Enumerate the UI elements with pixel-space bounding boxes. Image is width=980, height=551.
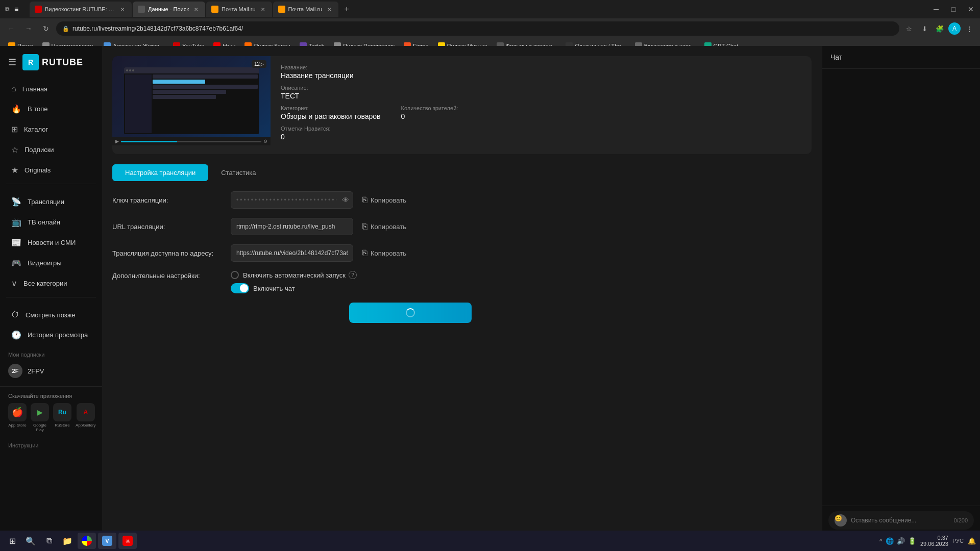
search-taskbar-btn[interactable]: 🔍 [22, 533, 39, 549]
tab-close-btn[interactable]: ✕ [325, 5, 333, 13]
copy-url-button[interactable]: ⎘ Копировать [358, 220, 410, 233]
chrome-icon [82, 536, 92, 546]
sidebar-item-games[interactable]: 🎮 Видеоигры [3, 253, 99, 273]
tab-title: Видеохостинг RUTUBE: Смотр... [45, 6, 115, 12]
sidebar-item-home[interactable]: ⌂ Главная [3, 79, 99, 98]
sidebar-subscription-2fpv[interactable]: 2F 2FPV [0, 360, 102, 382]
sidebar-nav-user: ⏱ Смотреть позже 🕐 История просмотра [0, 305, 102, 345]
chat-panel: Чат 😊 0/200 😊 Отправить [822, 46, 980, 551]
tab-title: Почта Mail.ru [288, 6, 323, 12]
key-input-wrap: 👁 ⎘ Копировать [231, 191, 410, 209]
sub-avatar: 2F [8, 364, 22, 378]
title-value: Название трансляции [281, 71, 801, 80]
chat-message-input[interactable] [851, 517, 949, 524]
url-input[interactable] [231, 218, 353, 235]
stream-card: 12▷ ▶ ⚙ Название: Название трансляции [112, 56, 812, 154]
key-input[interactable] [231, 191, 353, 209]
googleplay-btn[interactable]: ▶ Google Play [31, 403, 49, 432]
appstore-btn[interactable]: 🍎 App Store [8, 403, 27, 432]
address-text: rutube.ru/livestreaming/2b148142d7cf73a6… [72, 25, 243, 32]
chevron-up-icon[interactable]: ^ [879, 537, 883, 545]
sidebar-item-tv[interactable]: 📺 ТВ онлайн [3, 212, 99, 232]
sidebar-item-history[interactable]: 🕐 История просмотра [3, 325, 99, 345]
stream-thumbnail: 12▷ ▶ ⚙ [112, 56, 271, 145]
profile-btn[interactable]: A [948, 22, 961, 35]
loading-spinner [406, 308, 415, 317]
minimize-btn[interactable]: ─ [929, 2, 943, 16]
sidebar-item-news[interactable]: 📰 Новости и СМИ [3, 233, 99, 253]
sidebar-item-allcats[interactable]: ∨ Все категории [3, 273, 99, 293]
video-controls[interactable]: ▶ ⚙ [112, 137, 271, 145]
sidebar-header: ☰ R RUTUBE [0, 50, 102, 74]
sidebar-item-trending[interactable]: 🔥 В топе [3, 99, 99, 119]
key-label: Ключ трансляции: [112, 196, 225, 204]
notifications-icon[interactable]: 🔔 [968, 537, 976, 545]
sidebar-item-originals[interactable]: ★ Originals [3, 160, 99, 180]
tab-settings[interactable]: Настройка трансляции [112, 164, 208, 181]
news-icon: 📰 [11, 238, 21, 247]
thumb-main-fake [153, 74, 258, 133]
autostart-radio[interactable] [231, 271, 239, 279]
more-btn[interactable]: ⋮ [963, 22, 976, 35]
new-tab-button[interactable]: + [339, 2, 354, 16]
app-download-section: Скачивайте приложения 🍎 App Store ▶ Goog… [0, 386, 102, 438]
thumb-row [153, 90, 226, 94]
likes-label: Отметки Нравится: [281, 126, 801, 132]
chat-toggle[interactable] [231, 283, 249, 293]
network-icon[interactable]: 🌐 [886, 537, 894, 545]
taskbar-app-chrome[interactable] [78, 533, 96, 549]
autostart-label: Включить автоматический запуск ? [243, 271, 357, 279]
copy-address-button[interactable]: ⎘ Копировать [358, 246, 410, 260]
tab-close-btn[interactable]: ✕ [118, 5, 127, 13]
volume-icon[interactable]: 🔊 [897, 537, 905, 545]
sidebar-item-watchlater[interactable]: ⏱ Смотреть позже [3, 305, 99, 324]
sidebar-item-subscriptions[interactable]: ☆ Подписки [3, 140, 99, 160]
help-icon[interactable]: ? [349, 271, 357, 279]
back-btn[interactable]: ← [4, 21, 18, 36]
tab-videohostink[interactable]: Видеохостинг RUTUBE: Смотр... ✕ [30, 2, 132, 17]
forward-btn[interactable]: → [21, 21, 36, 36]
refresh-btn[interactable]: ↻ [39, 21, 53, 36]
appgallery-btn[interactable]: A AppGallery [76, 403, 96, 432]
copy-icon: ⎘ [362, 195, 368, 205]
stream-info: Название: Название трансляции Описание: … [271, 56, 812, 154]
window-icon[interactable]: ⧉ [2, 4, 12, 14]
eye-icon[interactable]: 👁 [342, 196, 349, 204]
tab-close-btn[interactable]: ✕ [192, 5, 200, 13]
taskbar-app-vk[interactable]: V [98, 533, 116, 549]
restore-btn[interactable]: □ [946, 2, 961, 16]
viewers-count: 0 [401, 112, 458, 120]
tab-close-btn[interactable]: ✕ [259, 5, 267, 13]
address-input[interactable] [231, 244, 353, 262]
address-bar[interactable]: 🔒 rutube.ru/livestreaming/2b148142d7cf73… [56, 21, 899, 36]
taskview-btn[interactable]: ⧉ [41, 533, 57, 549]
explorer-btn[interactable]: 📁 [59, 533, 76, 549]
close-btn[interactable]: ✕ [964, 2, 978, 16]
browser-chrome: ⧉ ≡ Видеохостинг RUTUBE: Смотр... ✕ Данн… [0, 0, 980, 46]
battery-icon[interactable]: 🔋 [908, 537, 916, 545]
download-btn[interactable]: ⬇ [918, 22, 931, 35]
copy-key-button[interactable]: ⎘ Копировать [358, 193, 410, 207]
tab-search[interactable]: Данные - Поиск ✕ [133, 2, 205, 17]
hamburger-button[interactable]: ☰ [8, 57, 16, 68]
url-input-wrap: ⎘ Копировать [231, 218, 410, 235]
start-button[interactable]: ⊞ [4, 533, 20, 549]
sidebar-item-streams[interactable]: 📡 Трансляции [3, 192, 99, 212]
tab-mail1[interactable]: Почта Mail.ru ✕ [206, 2, 272, 17]
bookmark-star-btn[interactable]: ☆ [902, 22, 916, 35]
lang-indicator[interactable]: РУС [952, 538, 964, 544]
tab-mail2[interactable]: Почта Mail.ru ✕ [273, 2, 339, 17]
tab-title: Почта Mail.ru [222, 6, 256, 12]
tab-list-icon[interactable]: ≡ [14, 4, 24, 14]
tab-stats[interactable]: Статистика [208, 164, 268, 181]
sidebar-item-catalog[interactable]: ⊞ Каталог [3, 119, 99, 139]
sidebar-item-label: В топе [28, 105, 48, 113]
watchlater-icon: ⏱ [11, 310, 19, 319]
taskbar-app-extra[interactable]: ☠ [118, 533, 137, 549]
extension-btn[interactable]: 🧩 [933, 22, 946, 35]
chat-header: Чат [822, 46, 980, 69]
rustore-btn[interactable]: Ru RuStore [53, 403, 71, 432]
rutube-logo[interactable]: R RUTUBE [22, 54, 83, 70]
thumb-row [153, 85, 258, 89]
submit-button[interactable] [349, 303, 472, 323]
